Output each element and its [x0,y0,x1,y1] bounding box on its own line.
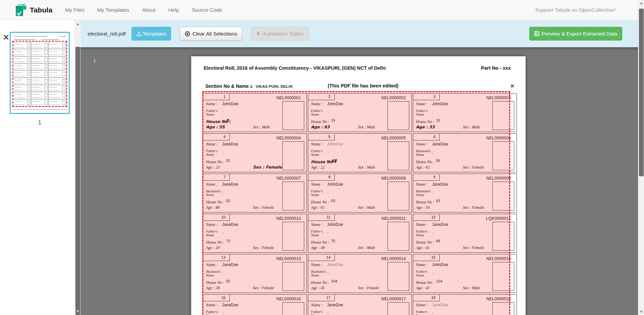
page-marker: 1. [93,58,98,63]
page-scroll-up-arrow[interactable] [640,2,643,4]
support-link[interactable]: Support Tabula on OpenCollective! [535,7,615,13]
section-number: -1- [249,84,253,88]
save-icon [137,31,142,36]
sidebar: ✕ 1 [0,20,80,315]
thumb-selection [12,41,67,107]
navbar: Tabula My FilesMy TemplatesAboutHelpSour… [0,0,638,20]
nav-item-source-code[interactable]: Source Code [192,7,222,13]
page-thumbnail[interactable] [10,32,70,114]
autodetect-tables-label: Autodetect Tables [263,31,304,37]
thumb-footer-bar [13,109,66,110]
autodetect-tables-button[interactable]: Autodetect Tables [251,27,309,41]
edited-note: (This PDF file has been edited) [328,83,398,88]
nav-item-my-files[interactable]: My Files [65,7,85,13]
nav-item-my-templates[interactable]: My Templates [97,7,129,13]
clear-selections-label: Clear All Selections [192,31,237,37]
lightning-icon [256,31,261,36]
export-button[interactable]: Preview & Export Extracted Data [529,27,622,41]
thumb-section-bar [14,39,36,40]
workspace: 1. Electoral Roll, 2016 of Assembly Cons… [80,47,638,315]
page-scrollbar-thumb[interactable] [639,9,644,176]
pdf-page[interactable]: Electoral Roll, 2016 of Assembly Constit… [191,56,526,315]
brand-name[interactable]: Tabula [30,6,52,14]
export-label: Preview & Export Extracted Data [541,31,617,37]
remove-circle-icon [185,31,190,37]
sidebar-scrollbar-thumb[interactable] [75,47,80,315]
pdf-part-no: Part No - xxx [481,65,511,71]
selection-overlay[interactable] [202,91,510,315]
selection-close-button[interactable]: ✕ [510,83,515,88]
thumb-part-bar [59,36,66,37]
pdf-title: Electoral Roll, 2016 of Assembly Constit… [204,65,386,71]
nav-items: My FilesMy TemplatesAboutHelpSource Code [52,7,222,13]
filename: electoral_roll.pdf [88,31,126,37]
thumb-edited-bar [42,39,59,40]
page-scrollbar[interactable] [638,0,644,315]
scroll-down-arrow[interactable] [76,310,79,313]
table-icon [534,31,539,36]
page-scroll-down-arrow[interactable] [640,311,643,313]
tabula-logo-icon [15,3,27,17]
thumb-title-bar [14,36,48,37]
brand[interactable]: Tabula [15,3,52,17]
templates-label: Templates [143,31,166,37]
scroll-up-arrow[interactable] [76,23,79,25]
toolbar: electoral_roll.pdf Templates Clear All S… [80,20,638,47]
thumbnail-page-number: 1 [10,119,70,126]
templates-button[interactable]: Templates [131,27,171,41]
nav-item-about[interactable]: About [142,7,156,13]
clear-selections-button[interactable]: Clear All Selections [180,27,242,41]
section-value: VIKAS PURI, DELHI [256,84,292,88]
section-label: Section No & Name [205,83,249,89]
sidebar-scrollbar[interactable] [74,20,80,315]
thumbnail-close-button[interactable]: ✕ [3,34,9,42]
nav-item-help[interactable]: Help [168,7,179,13]
